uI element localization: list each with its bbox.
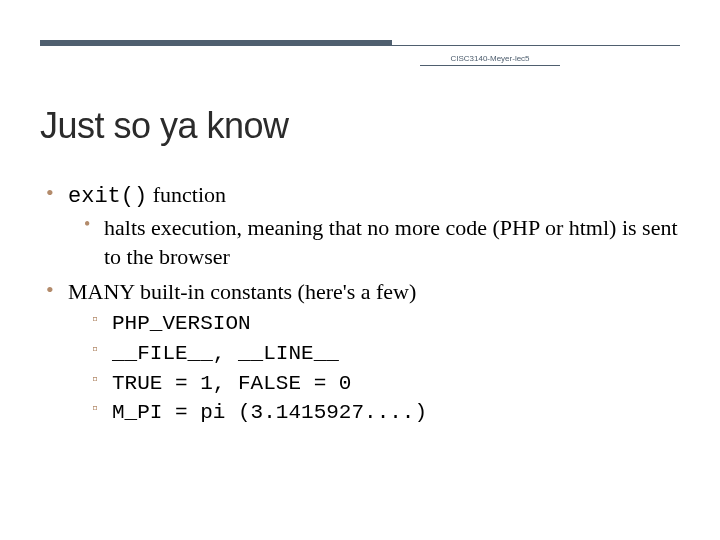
- const-mpi: M_PI = pi (3.1415927....): [88, 399, 680, 427]
- code-exit: exit(): [68, 184, 147, 209]
- const-php-version: PHP_VERSION: [88, 310, 680, 338]
- bullet-halts-execution: halts execution, meaning that no more co…: [80, 213, 680, 271]
- text-function: function: [147, 182, 226, 207]
- slide: CISC3140-Meyer-lec5 Just so ya know exit…: [0, 0, 720, 540]
- bullet-list-level3: PHP_VERSION __FILE__, __LINE__ TRUE = 1,…: [68, 310, 680, 427]
- bullet-constants: MANY built-in constants (here's a few) P…: [40, 277, 680, 427]
- const-true-false: TRUE = 1, FALSE = 0: [88, 370, 680, 398]
- const-file-line: __FILE__, __LINE__: [88, 340, 680, 368]
- bullet-list-level1: exit() function halts execution, meaning…: [40, 180, 680, 427]
- decorative-rule: [40, 40, 680, 48]
- text-constants: MANY built-in constants (here's a few): [68, 279, 416, 304]
- slide-title: Just so ya know: [40, 105, 289, 147]
- course-meta: CISC3140-Meyer-lec5: [420, 54, 560, 66]
- slide-body: exit() function halts execution, meaning…: [40, 180, 680, 433]
- bullet-list-level2: halts execution, meaning that no more co…: [68, 213, 680, 271]
- bullet-exit-function: exit() function halts execution, meaning…: [40, 180, 680, 271]
